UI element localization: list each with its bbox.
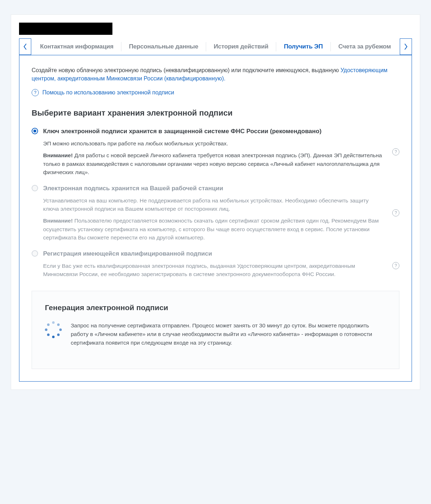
option-body: Регистрация имеющейся квалифицированной …	[43, 249, 385, 282]
option-desc: Устанавливается на ваш компьютер. Не под…	[43, 196, 385, 213]
storage-option-existing: Регистрация имеющейся квалифицированной …	[32, 249, 399, 282]
redacted-name	[19, 23, 112, 35]
generation-title: Генерация электронной подписи	[45, 303, 386, 312]
warn-text: Пользователю предоставляется возможность…	[43, 218, 379, 241]
question-icon: ?	[392, 209, 399, 216]
chevron-right-icon	[404, 43, 408, 50]
radio-existing	[32, 250, 38, 257]
section-title: Выберите вариант хранения электронной по…	[32, 108, 399, 118]
intro-text: Создайте новую облачную электронную подп…	[32, 66, 399, 83]
option-title: Регистрация имеющейся квалифицированной …	[43, 249, 385, 258]
help-row: ? Помощь по использованию электронной по…	[32, 89, 399, 96]
masthead	[11, 15, 420, 38]
tab-personal-data[interactable]: Персональные данные	[126, 39, 201, 55]
help-icon[interactable]: ?	[32, 89, 39, 96]
warn-label: Внимание!	[43, 152, 73, 158]
intro-prefix: Создайте новую облачную электронную подп…	[32, 67, 340, 73]
storage-option-fns: Ключ электронной подписи хранится в защи…	[32, 127, 399, 176]
option-help[interactable]: ?	[392, 262, 399, 269]
tab-separator	[121, 42, 121, 51]
tab-separator	[330, 42, 331, 51]
content-frame: Создайте новую облачную электронную подп…	[19, 55, 412, 382]
tab-contact-info[interactable]: Контактная информация	[37, 39, 116, 55]
tab-separator	[206, 42, 206, 51]
generation-panel: Генерация электронной подписи Запрос на …	[32, 291, 399, 369]
tab-get-signature[interactable]: Получить ЭП	[281, 39, 326, 55]
option-help[interactable]: ?	[392, 209, 399, 216]
main-card: Контактная информация Персональные данны…	[11, 14, 420, 390]
option-warning: Внимание! Для работы с новой версией Лич…	[43, 151, 385, 176]
tabs-next-button[interactable]	[400, 38, 412, 55]
warn-text: Для работы с новой версией Личного кабин…	[43, 152, 382, 175]
option-title: Ключ электронной подписи хранится в защи…	[43, 127, 385, 136]
option-title: Электронная подпись хранится на Вашей ра…	[43, 184, 385, 193]
generation-body: Запрос на получение сертификата отправле…	[45, 321, 386, 347]
help-link[interactable]: Помощь по использованию электронной подп…	[42, 89, 174, 96]
tab-separator	[276, 42, 276, 51]
spinner-icon	[45, 321, 62, 339]
option-body: Ключ электронной подписи хранится в защи…	[43, 127, 385, 176]
question-icon: ?	[392, 148, 399, 155]
warn-label: Внимание!	[43, 218, 73, 224]
tabs-row: Контактная информация Персональные данны…	[11, 38, 420, 55]
option-warning: Внимание! Пользователю предоставляется в…	[43, 216, 385, 242]
tabs-prev-button[interactable]	[19, 38, 31, 55]
tab-foreign-accounts[interactable]: Счета за рубежом	[335, 39, 394, 55]
radio-fns[interactable]	[32, 128, 38, 134]
radio-workstation	[32, 185, 38, 191]
question-icon: ?	[392, 262, 399, 269]
option-desc: ЭП можно использовать при работе на любы…	[43, 139, 385, 148]
generation-text: Запрос на получение сертификата отправле…	[71, 321, 386, 347]
option-help[interactable]: ?	[392, 148, 399, 155]
option-desc: Если у Вас уже есть квалифицированная эл…	[43, 262, 385, 279]
chevron-left-icon	[23, 43, 27, 50]
tab-history[interactable]: История действий	[211, 39, 271, 55]
tabs: Контактная информация Персональные данны…	[31, 38, 400, 55]
storage-option-workstation: Электронная подпись хранится на Вашей ра…	[32, 184, 399, 242]
option-body: Электронная подпись хранится на Вашей ра…	[43, 184, 385, 242]
